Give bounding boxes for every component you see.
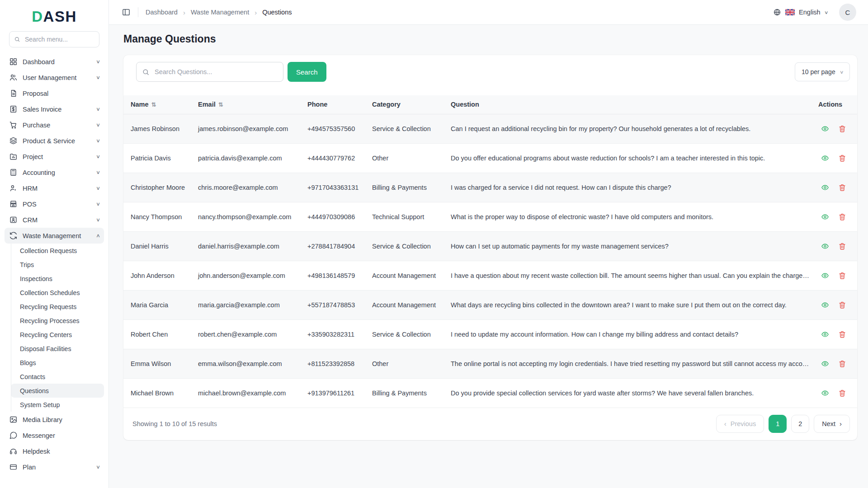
delete-button[interactable] [837,153,847,163]
view-button[interactable] [820,271,830,281]
sidebar-item[interactable]: POS ∨ [5,196,104,212]
view-button[interactable] [820,124,830,134]
sidebar-item[interactable]: HRM ∨ [5,180,104,196]
language-selector[interactable]: English [799,9,821,16]
delete-button[interactable] [837,183,847,192]
sidebar-item[interactable]: System Setup [11,398,104,412]
questions-card: Search 10 per page ∨ Name [123,55,857,440]
delete-button[interactable] [837,300,847,310]
cell-category: Other [368,349,446,378]
view-button[interactable] [820,212,830,222]
delete-button[interactable] [837,359,847,369]
chevron-icon: ∨ [96,138,100,144]
pos-icon [9,200,18,209]
delete-button[interactable] [837,124,847,134]
previous-button[interactable]: ‹ Previous [716,415,764,433]
view-button[interactable] [820,329,830,339]
sidebar-item[interactable]: Plan ∨ [5,459,104,475]
sidebar-item-label: User Management [23,74,76,81]
column-header[interactable]: Actions [814,95,857,114]
sidebar-item[interactable]: Dashboard ∨ [5,54,104,70]
globe-icon[interactable] [773,8,781,16]
delete-button[interactable] [837,241,847,251]
page-number-button[interactable]: 2 [791,415,809,433]
sidebar-item[interactable]: Questions [11,384,104,398]
sidebar-item[interactable]: Collection Requests [11,244,104,258]
sidebar-item[interactable]: Contacts [11,370,104,384]
view-button[interactable] [820,388,830,398]
sidebar-item[interactable]: Proposal [5,85,104,101]
sidebar-item-label: HRM [23,185,38,192]
delete-button[interactable] [837,388,847,398]
delete-button[interactable] [837,271,847,281]
table-row: James Robinson james.robinson@example.co… [123,114,857,143]
cell-name: Christopher Moore [123,173,193,202]
chevron-down-icon[interactable]: ∨ [824,10,829,15]
cell-name: Michael Brown [123,378,193,408]
per-page-select[interactable]: 10 per page ∨ [795,62,850,81]
sidebar-item[interactable]: Sales Invoice ∨ [5,101,104,117]
view-button[interactable] [820,359,830,369]
breadcrumb-item[interactable]: Dashboard [146,9,178,16]
column-header[interactable]: Phone [303,95,368,114]
next-button[interactable]: Next › [814,415,850,433]
sidebar-search-input[interactable] [24,35,94,43]
cell-actions [814,202,857,231]
view-button[interactable] [820,241,830,251]
sidebar-item[interactable]: Disposal Facilities [11,342,104,356]
sidebar-item[interactable]: Blogs [11,356,104,370]
cell-phone: +494575357560 [303,114,368,143]
app-logo[interactable]: DASH [0,6,108,31]
user-avatar[interactable]: C [839,4,856,21]
column-header[interactable]: Email ⇅ [193,95,303,114]
sidebar-item[interactable]: Recycling Processes [11,314,104,328]
sort-icon[interactable]: ⇅ [151,101,156,108]
search-button[interactable]: Search [288,62,326,82]
breadcrumb: Dashboard › Waste Management › Questions [146,9,292,16]
table-row: Robert Chen robert.chen@example.com +335… [123,319,857,349]
delete-button[interactable] [837,212,847,222]
sidebar-item[interactable]: Purchase ∨ [5,117,104,133]
sidebar-item[interactable]: Media Library [5,412,104,427]
column-header[interactable]: Name ⇅ [123,95,193,114]
sidebar-item[interactable]: Messenger [5,427,104,443]
delete-icon [838,360,846,368]
chevron-icon: ∨ [96,217,100,223]
cell-question: Do you offer educational programs about … [446,143,814,173]
sidebar-item[interactable]: Inspections [11,272,104,286]
page-number-button[interactable]: 1 [769,415,787,433]
cell-name: John Anderson [123,261,193,290]
sidebar-item[interactable]: Trips [11,258,104,272]
sidebar-item[interactable]: Waste Management ∧ [5,228,104,244]
questions-search-input[interactable] [154,68,278,76]
column-header[interactable]: Question [446,95,814,114]
delete-button[interactable] [837,329,847,339]
chevron-icon: ∧ [96,233,100,239]
sidebar-item[interactable]: User Management ∨ [5,70,104,85]
sidebar-item[interactable]: CRM ∨ [5,212,104,228]
content-area: Manage Questions Search 10 per page ∨ [109,25,868,488]
delete-icon [838,242,846,250]
view-button[interactable] [820,153,830,163]
sidebar-item[interactable]: Recycling Requests [11,300,104,314]
sidebar-item[interactable]: Collection Schedules [11,286,104,300]
sidebar-item[interactable]: Product & Service ∨ [5,133,104,149]
chevron-icon: ∨ [96,185,100,191]
sidebar-item-label: Trips [20,261,34,268]
sort-icon[interactable]: ⇅ [218,101,223,108]
sidebar-item[interactable]: Helpdesk [5,443,104,459]
app-root: DASH Dashboard ∨ User Management ∨ [0,0,868,488]
cell-actions [814,378,857,408]
sidebar-toggle-icon[interactable] [122,8,131,17]
sidebar-item[interactable]: Accounting ∨ [5,164,104,180]
sidebar-item-label: System Setup [20,401,60,408]
sidebar-item[interactable]: Project ∨ [5,149,104,164]
column-header[interactable]: Category [368,95,446,114]
breadcrumb-item[interactable]: Waste Management [191,9,249,16]
cell-category: Billing & Payments [368,173,446,202]
cell-email: maria.garcia@example.com [193,290,303,319]
uk-flag-icon[interactable] [785,9,795,15]
sidebar-item[interactable]: Recycling Centers [11,328,104,342]
view-button[interactable] [820,300,830,310]
view-button[interactable] [820,183,830,192]
